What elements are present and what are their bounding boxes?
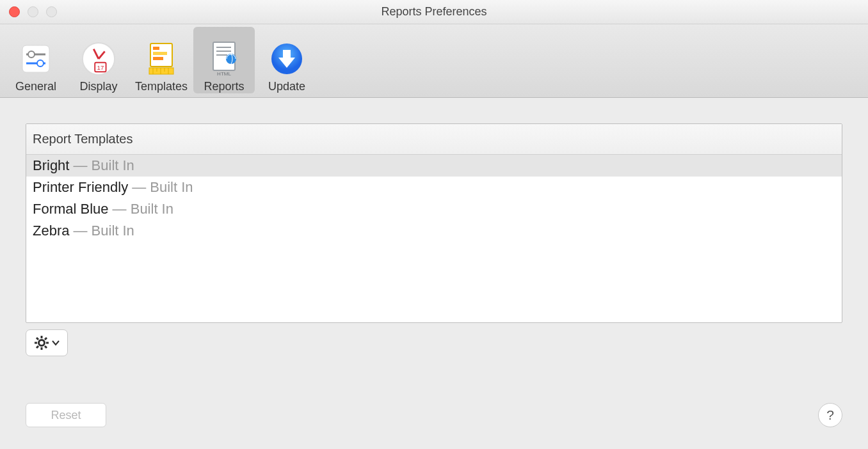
template-meta: — Built In: [73, 157, 134, 174]
toolbar-label: Templates: [135, 80, 188, 93]
toolbar-item-templates[interactable]: Templates: [131, 27, 192, 93]
preferences-toolbar: General 17 Display: [0, 24, 868, 98]
question-mark-icon: ?: [826, 407, 834, 423]
svg-line-35: [45, 338, 47, 340]
template-meta: — Built In: [132, 179, 193, 196]
svg-point-4: [37, 60, 44, 67]
toolbar-item-update[interactable]: Update: [256, 27, 317, 93]
template-meta: — Built In: [73, 223, 134, 239]
svg-rect-12: [153, 52, 167, 55]
zoom-window-icon[interactable]: [46, 6, 57, 17]
svg-rect-13: [153, 57, 163, 60]
svg-rect-11: [153, 47, 159, 50]
download-arrow-icon: [269, 42, 304, 76]
table-row[interactable]: Zebra — Built In: [26, 220, 842, 242]
template-name: Zebra: [33, 223, 69, 239]
toolbar-label: Update: [268, 80, 305, 93]
close-window-icon[interactable]: [9, 6, 20, 17]
report-templates-table: Report Templates Bright — Built InPrinte…: [26, 123, 842, 323]
footer: Reset ?: [26, 403, 842, 427]
toolbar-item-display[interactable]: 17 Display: [68, 27, 129, 93]
svg-point-2: [28, 51, 35, 58]
toolbar-item-reports[interactable]: HTML Reports: [193, 27, 255, 93]
content-area: Report Templates Bright — Built InPrinte…: [0, 98, 868, 369]
table-row[interactable]: Bright — Built In: [26, 155, 842, 177]
toolbar-label: Display: [79, 80, 117, 93]
titlebar: Reports Preferences: [0, 0, 868, 24]
svg-line-33: [45, 346, 47, 348]
table-rows-container: Bright — Built InPrinter Friendly — Buil…: [26, 155, 842, 322]
minimize-window-icon[interactable]: [28, 6, 38, 17]
template-name: Printer Friendly: [33, 179, 128, 196]
chevron-down-icon: [52, 340, 60, 346]
table-row[interactable]: Formal Blue — Built In: [26, 198, 842, 220]
svg-line-32: [36, 338, 38, 340]
toolbar-label: Reports: [204, 80, 244, 93]
help-button[interactable]: ?: [818, 403, 842, 427]
svg-point-24: [226, 54, 236, 64]
ruler-template-icon: [144, 42, 179, 76]
html-report-icon: HTML: [207, 42, 241, 76]
svg-point-27: [39, 340, 45, 346]
svg-rect-0: [22, 45, 49, 72]
reset-button: Reset: [26, 403, 106, 427]
toolbar-item-general[interactable]: General: [5, 27, 67, 93]
svg-line-34: [36, 346, 38, 348]
template-name: Bright: [33, 157, 69, 174]
sliders-icon: [19, 42, 53, 76]
table-column-header[interactable]: Report Templates: [26, 124, 842, 155]
window-title: Reports Preferences: [381, 5, 486, 19]
toolbar-label: General: [15, 80, 56, 93]
action-menu-button[interactable]: [26, 329, 68, 356]
table-row[interactable]: Printer Friendly — Built In: [26, 177, 842, 198]
svg-text:HTML: HTML: [217, 71, 231, 77]
traffic-lights: [0, 6, 57, 17]
gear-icon: [34, 335, 49, 351]
template-name: Formal Blue: [33, 201, 109, 217]
calendar-icon: 17: [81, 42, 116, 76]
svg-text:17: 17: [97, 64, 104, 71]
template-meta: — Built In: [113, 201, 173, 217]
